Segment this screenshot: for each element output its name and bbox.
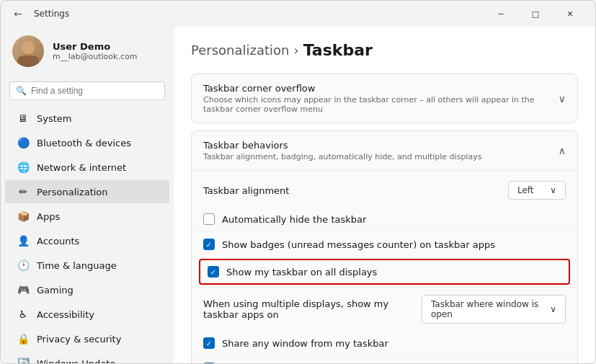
badges-label: Show badges (unread messages counter) on… (222, 239, 495, 250)
auto-hide-row: Automatically hide the taskbar (192, 207, 577, 231)
badges-row: Show badges (unread messages counter) on… (192, 231, 577, 257)
minimize-button[interactable]: ─ (484, 2, 517, 25)
sidebar-item-apps-label: Apps (37, 211, 60, 222)
behaviors-chevron: ∧ (559, 145, 566, 156)
bluetooth-icon: 🔵 (17, 136, 30, 149)
sidebar-item-system-label: System (37, 113, 71, 124)
sidebar-item-network-label: Network & internet (37, 162, 126, 173)
alignment-row: Taskbar alignment Left ∨ (192, 174, 577, 207)
overflow-title-group: Taskbar corner overflow Choose which ico… (203, 83, 559, 114)
far-corner-label: Select the far corner of the taskbar to … (222, 363, 485, 364)
sidebar-item-accessibility[interactable]: ♿ Accessibility (5, 303, 169, 326)
behaviors-title: Taskbar behaviors (203, 140, 481, 151)
behaviors-subtitle: Taskbar alignment, badging, automaticall… (203, 152, 481, 161)
sidebar-item-time-label: Time & language (37, 260, 117, 271)
sidebar-item-update-label: Windows Update (37, 358, 115, 364)
overflow-subtitle: Choose which icons may appear in the tas… (203, 95, 559, 114)
user-info: User Demo m__lab@outlook.com (53, 41, 137, 61)
sidebar-item-personalization-label: Personalization (37, 187, 108, 197)
page-title: Taskbar (303, 41, 373, 59)
network-icon: 🌐 (17, 161, 30, 174)
all-displays-checkbox[interactable] (208, 266, 219, 278)
maximize-button[interactable]: □ (519, 2, 552, 25)
sidebar-item-network[interactable]: 🌐 Network & internet (5, 156, 169, 179)
user-email: m__lab@outlook.com (53, 52, 137, 61)
sidebar-item-accounts-label: Accounts (37, 236, 79, 247)
personalization-icon: ✏ (17, 185, 30, 198)
multiple-displays-label-group: When using multiple displays, show my ta… (203, 298, 422, 320)
sidebar-item-update[interactable]: 🔄 Windows Update (5, 352, 169, 363)
page-header: Personalization › Taskbar (191, 41, 578, 59)
sidebar-item-time[interactable]: 🕐 Time & language (5, 254, 169, 277)
sidebar-item-apps[interactable]: 📦 Apps (5, 205, 169, 228)
main-layout: User Demo m__lab@outlook.com 🔍 🖥 System … (1, 27, 595, 363)
search-input[interactable] (31, 86, 159, 96)
behaviors-content: Taskbar alignment Left ∨ Automatically h… (192, 170, 577, 363)
badges-checkbox[interactable] (203, 239, 215, 250)
sidebar-item-gaming-label: Gaming (37, 285, 74, 296)
sidebar-item-accessibility-label: Accessibility (37, 309, 94, 320)
multiple-displays-label: When using multiple displays, show my ta… (203, 298, 422, 320)
titlebar-left: ← Settings (9, 5, 69, 22)
search-icon: 🔍 (16, 86, 27, 96)
taskbar-overflow-section: Taskbar corner overflow Choose which ico… (191, 74, 578, 123)
share-window-checkbox[interactable] (203, 337, 215, 349)
apps-icon: 📦 (17, 210, 30, 223)
sidebar-item-privacy[interactable]: 🔒 Privacy & security (5, 327, 169, 350)
auto-hide-label: Automatically hide the taskbar (222, 214, 366, 225)
share-window-label: Share any window from my taskbar (222, 338, 388, 349)
user-name: User Demo (53, 41, 137, 52)
share-window-row: Share any window from my taskbar (192, 331, 577, 355)
breadcrumb-separator: › (293, 43, 298, 58)
close-button[interactable]: ✕ (553, 2, 587, 25)
sidebar: User Demo m__lab@outlook.com 🔍 🖥 System … (1, 27, 174, 363)
behaviors-title-group: Taskbar behaviors Taskbar alignment, bad… (203, 140, 481, 161)
titlebar: ← Settings ─ □ ✕ (1, 1, 595, 27)
accessibility-icon: ♿ (17, 308, 30, 321)
auto-hide-checkbox[interactable] (203, 213, 215, 225)
sidebar-item-accounts[interactable]: 👤 Accounts (5, 229, 169, 252)
far-corner-row: Select the far corner of the taskbar to … (192, 355, 577, 363)
update-icon: 🔄 (17, 357, 30, 363)
taskbar-behaviors-header[interactable]: Taskbar behaviors Taskbar alignment, bad… (192, 131, 577, 170)
overflow-title: Taskbar corner overflow (203, 83, 559, 94)
all-displays-row: Show my taskbar on all displays (199, 259, 570, 285)
privacy-icon: 🔒 (17, 332, 30, 345)
far-corner-checkbox[interactable] (203, 363, 215, 363)
gaming-icon: 🎮 (17, 283, 30, 296)
taskbar-behaviors-section: Taskbar behaviors Taskbar alignment, bad… (191, 130, 578, 363)
taskbar-overflow-header[interactable]: Taskbar corner overflow Choose which ico… (192, 74, 577, 123)
content-area: Personalization › Taskbar Taskbar corner… (174, 27, 595, 363)
overflow-chevron: ∨ (559, 93, 566, 105)
user-section: User Demo m__lab@outlook.com (1, 27, 174, 79)
avatar (12, 35, 44, 67)
alignment-value: Left (517, 185, 534, 195)
breadcrumb: Personalization (191, 43, 289, 58)
sidebar-item-gaming[interactable]: 🎮 Gaming (5, 278, 169, 301)
sidebar-item-bluetooth[interactable]: 🔵 Bluetooth & devices (5, 131, 169, 154)
sidebar-item-privacy-label: Privacy & security (37, 334, 121, 345)
multiple-displays-row: When using multiple displays, show my ta… (192, 287, 577, 331)
multiple-displays-value: Taskbar where window is open (431, 299, 546, 319)
avatar-head (22, 41, 35, 54)
multiple-displays-dropdown[interactable]: Taskbar where window is open ∨ (422, 295, 566, 324)
time-icon: 🕐 (17, 259, 30, 272)
alignment-dropdown-chevron: ∨ (550, 185, 556, 195)
system-icon: 🖥 (17, 112, 30, 125)
sidebar-item-bluetooth-label: Bluetooth & devices (37, 138, 131, 148)
alignment-label: Taskbar alignment (203, 185, 289, 196)
settings-window: ← Settings ─ □ ✕ User Demo m__la (0, 0, 596, 364)
back-button[interactable]: ← (9, 5, 27, 22)
multiple-displays-chevron: ∨ (550, 304, 556, 314)
avatar-body (17, 56, 39, 67)
titlebar-controls: ─ □ ✕ (484, 2, 587, 25)
accounts-icon: 👤 (17, 234, 30, 247)
sidebar-item-system[interactable]: 🖥 System (5, 107, 169, 130)
avatar-inner (12, 35, 44, 67)
all-displays-label: Show my taskbar on all displays (226, 267, 377, 278)
search-box[interactable]: 🔍 (9, 81, 165, 100)
titlebar-title: Settings (34, 9, 69, 19)
alignment-dropdown[interactable]: Left ∨ (508, 181, 566, 200)
sidebar-item-personalization[interactable]: ✏ Personalization (5, 180, 169, 203)
